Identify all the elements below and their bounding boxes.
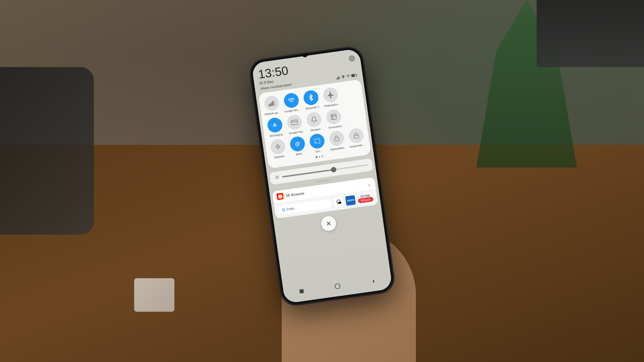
phone-wrapper: 13:50 Di 5 Dec Alleen noodoproepen — [248, 45, 396, 307]
cast-icon — [309, 133, 326, 150]
navigation-bar — [282, 270, 393, 304]
silent-label: Dempen — [310, 127, 321, 132]
svg-rect-32 — [299, 289, 304, 294]
screenshot-label: Screenshot — [328, 124, 342, 129]
tile-share[interactable]: @ delen — [288, 135, 308, 157]
svg-rect-2 — [337, 77, 338, 79]
tile-empty2 — [344, 106, 364, 127]
googlepay-label: Google Pay — [289, 130, 303, 135]
tile-device[interactable]: Apparaatbe... — [327, 130, 347, 152]
svg-line-13 — [291, 121, 297, 122]
wifi-label: Google Wesl... — [284, 108, 301, 113]
svg-rect-9 — [270, 103, 272, 106]
mi-browser-logo — [276, 193, 284, 200]
brightness-icon — [274, 175, 280, 181]
device-label: Apparaatbe... — [330, 146, 346, 152]
svg-rect-7 — [356, 74, 357, 76]
lock-label: Vergrendel sc... — [350, 143, 367, 148]
phone-frame: 13:50 Di 5 Dec Alleen noodoproepen — [248, 45, 396, 307]
svg-rect-11 — [273, 100, 275, 106]
security-icon: A — [266, 117, 283, 133]
handle-bar — [316, 179, 329, 183]
tile-security[interactable]: A Beveiliging — [265, 117, 285, 138]
svg-line-22 — [275, 176, 276, 176]
svg-point-33 — [335, 283, 340, 289]
tile-screenshot[interactable]: Screenshot — [324, 108, 344, 130]
airplane-label: Vliegtuigmod... — [324, 103, 341, 108]
wifi-icon — [283, 92, 300, 109]
flashlight-icon — [269, 138, 286, 155]
bluetooth-label: Bluetooth 4 — [306, 105, 319, 110]
tile-flashlight[interactable]: Zaklamp — [268, 138, 288, 160]
tile-empty1 — [341, 84, 361, 105]
tile-airplane[interactable]: Vliegtuigmod... — [321, 86, 341, 108]
share-icon: @ — [289, 136, 306, 153]
weather-tab[interactable]: 🌤 — [333, 196, 344, 208]
svg-rect-18 — [354, 135, 359, 138]
svg-rect-12 — [291, 120, 298, 125]
device-icon — [328, 130, 345, 147]
brightness-handle — [330, 167, 336, 173]
tile-lock[interactable]: Vergrendel sc... — [347, 127, 367, 149]
lock-icon — [348, 127, 365, 144]
phone-screen: 13:50 Di 5 Dec Alleen noodoproepen — [251, 48, 393, 304]
airplane-icon — [322, 86, 339, 103]
svg-line-23 — [278, 178, 279, 179]
svg-rect-1 — [336, 78, 337, 79]
home-button[interactable] — [331, 280, 344, 293]
mobile-data-icon — [263, 95, 280, 112]
dot-1 — [315, 156, 317, 158]
screen-content: 13:50 Di 5 Dec Alleen noodoproepen — [251, 48, 393, 304]
scene: 13:50 Di 5 Dec Alleen noodoproepen — [0, 0, 644, 362]
news-label: NEWS — [347, 199, 355, 202]
tile-silent[interactable]: Dempen — [305, 111, 324, 132]
svg-rect-14 — [331, 114, 336, 120]
time-display: 13:50 Di 5 Dec — [258, 64, 290, 85]
bluetooth-icon — [303, 89, 319, 106]
svg-line-27 — [278, 176, 278, 176]
google-logo: G — [282, 207, 285, 212]
settings-icon[interactable] — [348, 55, 356, 63]
tile-bluetooth[interactable]: Bluetooth 4 — [302, 89, 321, 111]
close-recent-button[interactable] — [320, 215, 337, 232]
svg-line-26 — [276, 179, 276, 179]
svg-rect-3 — [338, 76, 339, 79]
svg-rect-6 — [352, 74, 355, 77]
share-label: delen — [296, 152, 303, 156]
svg-rect-8 — [269, 104, 270, 106]
security-label: Beveiliging — [269, 133, 283, 138]
quick-settings-panel: Mobiele gege... Google Wesl... — [258, 79, 371, 168]
brightness-fill — [282, 169, 334, 178]
mi-browser-label: Mi Browser — [286, 191, 305, 198]
search-label: Zoek... — [286, 206, 297, 211]
svg-marker-15 — [275, 144, 280, 150]
svg-point-0 — [351, 58, 353, 59]
app-size-badge: 957MB Wissen — [358, 193, 374, 203]
tile-cast[interactable]: Om... — [308, 133, 327, 154]
svg-rect-4 — [339, 76, 340, 79]
svg-rect-17 — [334, 138, 339, 141]
tile-wifi[interactable]: Google Wesl... — [282, 92, 302, 113]
svg-marker-34 — [372, 279, 374, 283]
mobile-data-label: Mobiele gege... — [265, 111, 282, 116]
silent-icon — [306, 111, 322, 128]
recents-button[interactable] — [295, 285, 309, 298]
svg-point-19 — [276, 176, 278, 178]
screenshot-icon — [325, 108, 342, 125]
news-tab[interactable]: NEWS — [345, 195, 356, 206]
chevron-up-icon: ⌄ — [367, 181, 372, 187]
wissen-button[interactable]: Wissen — [358, 196, 374, 203]
flashlight-label: Zaklamp — [274, 155, 285, 159]
cast-label: Om... — [315, 149, 322, 154]
tile-mobile-data[interactable]: Mobiele gege... — [262, 95, 282, 116]
svg-rect-10 — [272, 101, 273, 106]
dot-2 — [318, 156, 320, 158]
dot-3 — [321, 155, 323, 157]
weather-icon: 🌤 — [336, 199, 342, 205]
googlepay-icon — [286, 114, 303, 131]
back-button[interactable] — [367, 275, 380, 288]
tile-googlepay[interactable]: Google Pay — [285, 114, 305, 135]
